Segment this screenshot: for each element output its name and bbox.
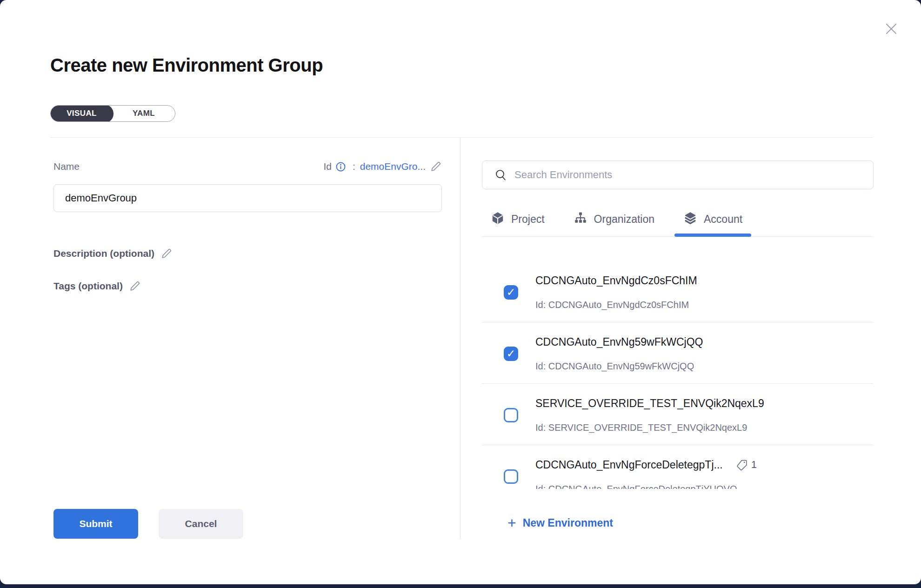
environment-name: SERVICE_OVERRIDE_TEST_ENVQik2NqexL9 [535, 397, 764, 410]
organization-hierarchy-icon [574, 211, 587, 225]
environment-id: Id: CDCNGAuto_EnvNgdCz0sFChIM [535, 299, 697, 311]
visual-yaml-toggle: VISUAL YAML [50, 105, 175, 122]
create-environment-group-dialog: Create new Environment Group VISUAL YAML… [0, 0, 921, 584]
edit-tags-icon[interactable] [128, 280, 141, 293]
search-icon [494, 168, 507, 181]
tags-label: Tags (optional) [53, 280, 123, 293]
submit-button[interactable]: Submit [53, 509, 138, 539]
environment-checkbox[interactable] [504, 285, 518, 300]
tag-count-badge: 1 [736, 459, 757, 471]
search-input[interactable] [514, 169, 864, 181]
tab-label: Account [704, 211, 742, 227]
environment-checkbox[interactable] [504, 347, 518, 361]
new-environment-label: New Environment [523, 517, 613, 529]
tab-account[interactable]: Account [674, 210, 751, 236]
environment-row[interactable]: SERVICE_OVERRIDE_TEST_ENVQik2NqexL9 Id: … [482, 384, 874, 445]
cancel-button[interactable]: Cancel [159, 509, 243, 539]
environment-id: Id: CDCNGAuto_EnvNgForceDeletegpTjYUQVQ [535, 483, 757, 489]
environment-checkbox[interactable] [504, 469, 518, 484]
tab-organization[interactable]: Organization [565, 210, 663, 236]
environment-name: CDCNGAuto_EnvNgdCz0sFChIM [535, 274, 697, 287]
environment-list: CDCNGAuto_EnvNgdCz0sFChIM Id: CDCNGAuto_… [482, 261, 874, 489]
tab-label: Organization [594, 211, 654, 227]
toggle-visual[interactable]: VISUAL [50, 105, 113, 122]
name-input[interactable] [53, 184, 442, 212]
tab-active-underline [674, 234, 751, 237]
toggle-yaml[interactable]: YAML [113, 105, 175, 122]
tag-count: 1 [751, 459, 757, 471]
new-environment-button[interactable]: + New Environment [507, 516, 613, 530]
environment-row[interactable]: CDCNGAuto_EnvNgForceDeletegpTj... 1 [482, 445, 874, 489]
environment-row[interactable]: CDCNGAuto_EnvNgdCz0sFChIM Id: CDCNGAuto_… [482, 261, 874, 322]
environment-name: CDCNGAuto_EnvNg59wFkWCjQQ [535, 335, 703, 348]
environment-name: CDCNGAuto_EnvNgForceDeletegpTj... [535, 458, 723, 471]
id-colon: : [353, 161, 355, 172]
id-value-link[interactable]: demoEnvGro... [360, 161, 426, 172]
plus-icon: + [507, 516, 516, 530]
scope-tabs: Project Organization [482, 210, 874, 237]
environments-pane: Project Organization [460, 138, 874, 539]
page-title: Create new Environment Group [50, 54, 921, 76]
info-icon[interactable] [335, 161, 346, 172]
account-layers-icon [683, 211, 697, 225]
description-label: Description (optional) [53, 247, 154, 260]
id-label: Id [323, 161, 332, 172]
tab-label: Project [511, 211, 545, 227]
environment-checkbox[interactable] [504, 408, 518, 422]
tab-project[interactable]: Project [482, 210, 554, 236]
environment-id: Id: SERVICE_OVERRIDE_TEST_ENVQik2NqexL9 [535, 421, 764, 434]
environment-row[interactable]: CDCNGAuto_EnvNg59wFkWCjQQ Id: CDCNGAuto_… [482, 322, 874, 384]
search-environments-box [482, 160, 874, 189]
form-pane: Name Id : demoEnvGro... [50, 138, 460, 539]
tag-icon [736, 459, 748, 471]
close-icon[interactable] [883, 20, 900, 37]
project-cube-icon [491, 211, 505, 225]
edit-description-icon[interactable] [160, 247, 173, 260]
edit-id-icon[interactable] [429, 160, 442, 173]
environment-id: Id: CDCNGAuto_EnvNg59wFkWCjQQ [535, 360, 703, 372]
name-label: Name [53, 160, 80, 173]
